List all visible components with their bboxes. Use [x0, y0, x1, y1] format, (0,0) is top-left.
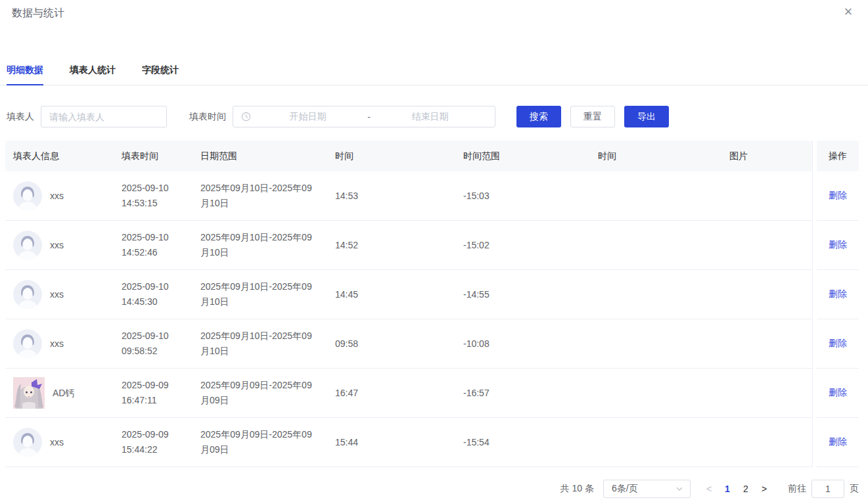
action-cell: 删除	[817, 270, 859, 319]
action-cell: 删除	[817, 319, 859, 369]
time-range-cell: -10:08	[455, 336, 590, 352]
col-filler-info: 填表人信息	[5, 148, 114, 164]
table-row: xxs 2025-09-10 09:58:52 2025年09月10日-2025…	[5, 319, 812, 369]
tab-filler-stats[interactable]: 填表人统计	[70, 58, 116, 85]
time-cell: 14:45	[327, 287, 455, 302]
col-time-1: 时间	[327, 148, 455, 164]
page-unit-label: 页	[850, 483, 859, 495]
close-icon[interactable]: ×	[839, 3, 857, 21]
col-image: 图片	[721, 148, 812, 164]
delete-link[interactable]: 删除	[829, 288, 847, 300]
filler-info-cell: xxs	[5, 280, 114, 309]
time-cell: 14:53	[327, 189, 455, 204]
date-range-cell: 2025年09月10日-2025年09月10日	[193, 329, 327, 359]
fill-time-cell: 2025-09-10 14:53:15	[114, 181, 193, 211]
reset-button[interactable]: 重置	[570, 106, 615, 127]
col-time-range: 时间范围	[455, 148, 590, 164]
prev-page-button[interactable]: <	[700, 480, 718, 498]
default-avatar	[13, 181, 42, 210]
user-photo	[13, 377, 45, 409]
date-range-picker[interactable]: 开始日期 - 结束日期	[233, 106, 495, 127]
tab-bar: 明细数据 填表人统计 字段统计	[0, 58, 868, 85]
delete-link[interactable]: 删除	[829, 338, 847, 350]
filler-info-cell: xxs	[5, 428, 114, 457]
tab-field-stats[interactable]: 字段统计	[142, 58, 179, 85]
pagination: 共 10 条 6条/页 < 1 2 > 前往 页	[0, 480, 859, 498]
date-range-cell: 2025年09月10日-2025年09月10日	[193, 181, 327, 211]
table-row: xxs 2025-09-10 14:45:30 2025年09月10日-2025…	[5, 270, 812, 319]
delete-link[interactable]: 删除	[829, 387, 847, 399]
time-range-cell: -15:02	[455, 238, 590, 253]
date-range-cell: 2025年09月09日-2025年09月09日	[193, 378, 327, 408]
filler-info-cell: AD钙	[5, 377, 114, 409]
chevron-down-icon	[675, 485, 683, 493]
table-row: xxs 2025-09-09 15:44:22 2025年09月09日-2025…	[5, 418, 812, 467]
time-cell: 15:44	[327, 435, 455, 450]
fill-time-label: 填表时间	[189, 111, 226, 123]
filler-name: xxs	[50, 336, 64, 352]
end-date-placeholder[interactable]: 结束日期	[373, 111, 487, 123]
page-size-value: 6条/页	[612, 483, 675, 495]
range-separator: -	[365, 112, 373, 122]
filler-input[interactable]	[41, 106, 167, 127]
table-main: 填表人信息 填表时间 日期范围 时间 时间范围 时间 图片 xxs 2025-0…	[5, 141, 813, 467]
export-button[interactable]: 导出	[624, 106, 669, 127]
fill-time-cell: 2025-09-09 16:47:11	[114, 378, 193, 408]
fill-time-cell: 2025-09-10 14:52:46	[114, 230, 193, 260]
delete-link[interactable]: 删除	[829, 239, 847, 251]
table-header-row: 填表人信息 填表时间 日期范围 时间 时间范围 时间 图片	[5, 141, 812, 171]
default-avatar	[13, 231, 42, 260]
default-avatar	[13, 280, 42, 309]
delete-link[interactable]: 删除	[829, 436, 847, 448]
time-cell: 14:52	[327, 238, 455, 253]
total-count: 共 10 条	[560, 483, 594, 495]
default-avatar	[13, 329, 42, 358]
tab-detail-data[interactable]: 明细数据	[7, 58, 43, 85]
start-date-placeholder[interactable]: 开始日期	[251, 111, 365, 123]
search-button[interactable]: 搜索	[516, 106, 561, 127]
col-time-2: 时间	[590, 148, 721, 164]
time-cell: 09:58	[327, 336, 455, 352]
data-table: 填表人信息 填表时间 日期范围 时间 时间范围 时间 图片 xxs 2025-0…	[5, 141, 859, 467]
date-range-cell: 2025年09月10日-2025年09月10日	[193, 279, 327, 309]
clock-icon	[241, 112, 251, 122]
default-avatar	[13, 428, 42, 457]
action-cell: 删除	[817, 418, 859, 467]
filler-name: xxs	[50, 189, 64, 204]
filler-info-cell: xxs	[5, 181, 114, 210]
col-fill-time: 填表时间	[114, 148, 193, 164]
time-range-cell: -14:55	[455, 287, 590, 302]
filler-info-cell: xxs	[5, 231, 114, 260]
table-action-column: 操作 删除删除删除删除删除删除	[817, 141, 859, 467]
col-date-range: 日期范围	[193, 148, 327, 164]
fill-time-cell: 2025-09-10 14:45:30	[114, 279, 193, 309]
table-row: xxs 2025-09-10 14:53:15 2025年09月10日-2025…	[5, 171, 812, 221]
filler-name: xxs	[50, 238, 64, 253]
time-range-cell: -15:03	[455, 189, 590, 204]
delete-link[interactable]: 删除	[829, 190, 847, 202]
next-page-button[interactable]: >	[755, 480, 773, 498]
page-number-2[interactable]: 2	[737, 484, 755, 494]
date-range-cell: 2025年09月09日-2025年09月09日	[193, 427, 327, 457]
filler-label: 填表人	[7, 111, 34, 123]
action-cell: 删除	[817, 221, 859, 270]
table-row: AD钙 2025-09-09 16:47:11 2025年09月09日-2025…	[5, 369, 812, 418]
page-number-1[interactable]: 1	[718, 484, 737, 494]
table-row: xxs 2025-09-10 14:52:46 2025年09月10日-2025…	[5, 221, 812, 270]
fill-time-cell: 2025-09-10 09:58:52	[114, 329, 193, 359]
goto-page-input[interactable]	[811, 480, 844, 498]
modal-header: 数据与统计 ×	[0, 0, 868, 26]
date-range-cell: 2025年09月10日-2025年09月10日	[193, 230, 327, 260]
filler-name: AD钙	[53, 386, 74, 401]
page-title: 数据与统计	[12, 7, 856, 20]
col-action: 操作	[817, 141, 859, 171]
time-range-cell: -16:57	[455, 386, 590, 401]
time-range-cell: -15:54	[455, 435, 590, 450]
goto-label: 前往	[788, 483, 806, 495]
filler-name: xxs	[50, 435, 64, 450]
fill-time-cell: 2025-09-09 15:44:22	[114, 427, 193, 457]
page-size-select[interactable]: 6条/页	[603, 480, 691, 498]
action-cell: 删除	[817, 171, 859, 221]
filler-info-cell: xxs	[5, 329, 114, 358]
filler-name: xxs	[50, 287, 64, 302]
